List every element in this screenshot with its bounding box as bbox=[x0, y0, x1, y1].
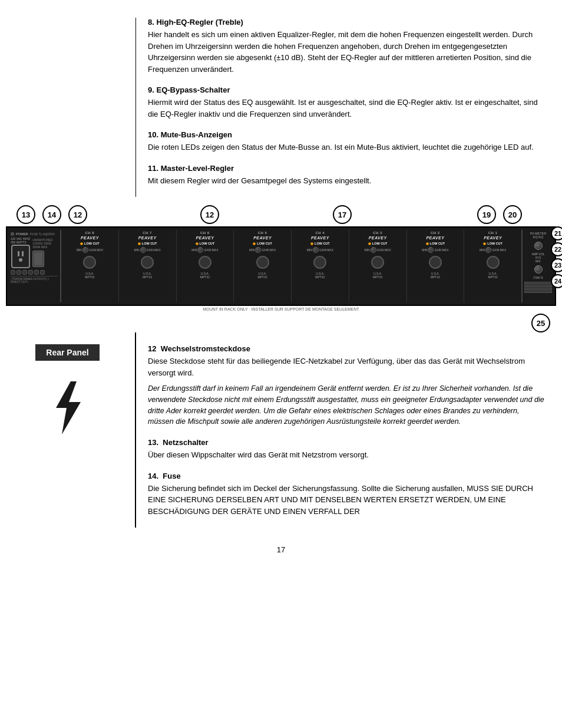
ch3-max: MAX bbox=[385, 248, 391, 252]
ch4-xlr bbox=[313, 256, 326, 269]
num-14-circle: 14 bbox=[42, 205, 61, 224]
ch4-gain-knob bbox=[313, 247, 319, 253]
ch7-gain-knob bbox=[140, 247, 146, 253]
ch6-gain-label: GAIN bbox=[204, 248, 211, 252]
ch6-xlr bbox=[199, 256, 211, 269]
ch5-lowcut-text: LOW CUT bbox=[257, 242, 272, 245]
ch3-logo: PEAVEY bbox=[369, 236, 387, 240]
num-19-circle: 19 bbox=[477, 205, 496, 224]
section-14: 14. Fuse Die Sicherung befindet sich im … bbox=[148, 472, 544, 518]
ch4-lowcut-text: LOW CUT bbox=[315, 242, 330, 245]
ch3-label: CH 3 bbox=[373, 231, 382, 235]
ch6-gain-knob bbox=[197, 247, 203, 253]
section-12-heading: Wechselstromsteckdose bbox=[161, 344, 250, 353]
ch8-gain-knob bbox=[82, 247, 88, 253]
ch7-mpt: MPT32 bbox=[143, 275, 152, 279]
ch5-label: CH 5 bbox=[258, 231, 267, 235]
ch2-label: CH 2 bbox=[431, 231, 440, 235]
voltage-label: 120 VAC 60HZ350 WATTS bbox=[11, 237, 30, 244]
master-knob-1 bbox=[534, 242, 543, 250]
switch-2 bbox=[524, 285, 552, 287]
ch7-led bbox=[138, 242, 141, 245]
ch7-label: CH 7 bbox=[143, 231, 152, 235]
ch4-lowcut: LOW CUT bbox=[310, 242, 330, 245]
unswitched-label: UNSWITCHED120VAC 60HZ300W MAX bbox=[32, 238, 52, 249]
diagram-wrapper: 13 14 12 12 17 19 20 bbox=[0, 197, 562, 332]
bottom-section: Rear Panel 12 Wechselstromsteckdose Dies… bbox=[0, 332, 562, 528]
power-led bbox=[11, 232, 14, 236]
ch3-xlr bbox=[371, 256, 384, 269]
connector-2 bbox=[16, 270, 21, 275]
channel-1: CH 1 PEAVEY LOW CUT MIN GAIN MAX bbox=[464, 230, 521, 302]
ch5-xlr bbox=[256, 256, 269, 269]
connectors-bottom bbox=[11, 270, 58, 275]
outlet-slot-right bbox=[22, 251, 24, 256]
lightning-icon bbox=[44, 378, 91, 437]
outlet-area: 120 VAC 60HZ350 WATTS bbox=[11, 237, 30, 268]
section-12-number: 12 bbox=[148, 344, 156, 353]
ch3-mpt: MPT32 bbox=[373, 275, 382, 279]
ch2-min: MIN bbox=[422, 248, 427, 252]
ch1-logo: PEAVEY bbox=[484, 236, 502, 240]
ch2-mpt: MPT32 bbox=[431, 275, 440, 279]
channel-5: CH 5 PEAVEY LOW CUT MIN GAIN MAX bbox=[234, 230, 292, 302]
num-12b-circle: 12 bbox=[200, 205, 219, 224]
ch2-max: MAX bbox=[442, 248, 449, 252]
ch4-min: MIN bbox=[307, 248, 312, 252]
ch7-lowcut-text: LOW CUT bbox=[142, 242, 157, 245]
outlet-symbol bbox=[11, 245, 30, 268]
right-panel-section: PA METEREQ EQ AMP VOLSYSMIX FSW N bbox=[521, 230, 554, 302]
section-10: 10. Mute-Bus-Anzeigen Die roten LEDs zei… bbox=[148, 130, 544, 153]
ch3-gain-knob bbox=[371, 247, 376, 253]
ch3-lowcut-text: LOW CUT bbox=[372, 242, 388, 245]
ch3-gain: MIN GAIN MAX bbox=[365, 247, 391, 253]
ch2-lowcut-text: LOW CUT bbox=[430, 242, 445, 245]
power-label: POWER bbox=[16, 232, 28, 236]
section-13: 13. Netzschalter Über diesen Wippschalte… bbox=[148, 438, 544, 461]
ch3-lowcut: LOW CUT bbox=[368, 242, 388, 245]
section-9: 9. EQ-Bypass-Schalter Hiermit wird der S… bbox=[148, 85, 544, 120]
section-9-number: 9. bbox=[148, 85, 154, 94]
ch3-led bbox=[368, 242, 371, 245]
num-13-circle: 13 bbox=[16, 205, 35, 224]
section-9-heading: EQ-Bypass-Schalter bbox=[156, 85, 230, 94]
fuse-label: FUSE TL-A@250V bbox=[30, 232, 55, 236]
ch8-led bbox=[80, 242, 83, 245]
transformer-label: | TRANSFORMER OUTPUTS | | DIRECT OUT | bbox=[11, 276, 58, 284]
svg-marker-0 bbox=[56, 381, 81, 434]
ch6-led bbox=[196, 242, 199, 245]
ch5-logo: PEAVEY bbox=[253, 236, 272, 240]
ch4-mpt: MPT32 bbox=[315, 275, 325, 279]
panel-diagram: POWER FUSE TL-A@250V 120 VAC 60HZ350 WAT… bbox=[6, 226, 556, 306]
ch6-lowcut-text: LOW CUT bbox=[200, 242, 215, 245]
ch5-min: MIN bbox=[249, 248, 254, 252]
rocker-switch bbox=[32, 251, 44, 267]
ch4-gain-label: GAIN bbox=[319, 248, 326, 252]
num-12a-circle: 12 bbox=[68, 205, 87, 224]
power-row: POWER FUSE TL-A@250V bbox=[11, 232, 58, 236]
ch7-logo: PEAVEY bbox=[138, 236, 157, 240]
num-23-circle: 23 bbox=[551, 258, 562, 272]
ch8-min: MIN bbox=[77, 248, 82, 252]
ch5-max: MAX bbox=[269, 248, 276, 252]
ch4-led bbox=[310, 242, 313, 245]
right-side-numbers: 21 22 23 24 bbox=[551, 226, 562, 288]
section-8: 8. High-EQ-Regler (Treble) Hier handelt … bbox=[148, 18, 544, 75]
ch6-max: MAX bbox=[212, 248, 219, 252]
outlet-ground bbox=[19, 258, 22, 262]
top-content: 8. High-EQ-Regler (Treble) Hier handelt … bbox=[135, 18, 562, 197]
ch1-xlr bbox=[487, 256, 500, 269]
page-number: 17 bbox=[0, 545, 562, 554]
section-12-body: Diese Steckdose steht für das beiliegend… bbox=[148, 355, 544, 378]
ch2-logo: PEAVEY bbox=[426, 236, 444, 240]
ch5-gain-label: GAIN bbox=[262, 248, 269, 252]
num-20-circle: 20 bbox=[503, 205, 522, 224]
section-11-body: Mit diesem Regler wird der Gesamtpegel d… bbox=[148, 175, 544, 187]
ch4-label: CH 4 bbox=[316, 231, 325, 235]
section-11-title: 11. Master-Level-Regler bbox=[148, 164, 544, 173]
ch5-gain: MIN GAIN MAX bbox=[249, 247, 276, 253]
ch8-gain-label: GAIN bbox=[89, 248, 96, 252]
section-14-heading: Fuse bbox=[163, 472, 180, 480]
ch8-max: MAX bbox=[97, 248, 103, 252]
ch6-lowcut: LOW CUT bbox=[196, 242, 215, 245]
